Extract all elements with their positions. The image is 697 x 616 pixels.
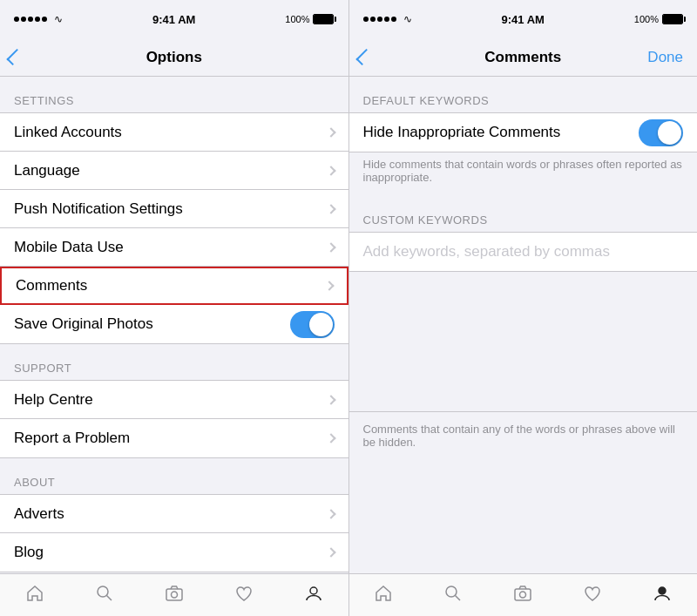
hide-inappropriate-toggle[interactable] — [639, 119, 683, 146]
right-nav-bar: Comments Done — [349, 38, 698, 77]
language-chevron — [326, 166, 335, 175]
hide-inappropriate-group: Hide Inappropriate Comments — [349, 112, 698, 152]
svg-point-8 — [520, 592, 526, 598]
adverts-label: Adverts — [14, 505, 64, 523]
left-nav-bar: Options — [0, 38, 348, 77]
left-nav-title: Options — [146, 49, 202, 66]
tab-home-right[interactable] — [349, 574, 419, 616]
info-text: Comments that contain any of the words o… — [363, 423, 675, 449]
blog-chevron — [326, 547, 335, 557]
right-wifi-icon: ∿ — [403, 13, 412, 25]
right-profile-icon — [653, 584, 672, 606]
wifi-icon: ∿ — [54, 13, 63, 25]
linked-accounts-item[interactable]: Linked Accounts — [0, 113, 348, 152]
right-back-button[interactable] — [360, 50, 372, 64]
svg-rect-2 — [166, 589, 182, 600]
mobile-data-chevron — [326, 242, 335, 252]
settings-list: Linked Accounts Language Push Notificati… — [0, 112, 348, 344]
support-section-header: SUPPORT — [0, 344, 348, 380]
svg-point-4 — [310, 587, 317, 594]
save-photos-label: Save Original Photos — [14, 315, 153, 333]
tab-search-right[interactable] — [418, 574, 488, 616]
svg-rect-7 — [515, 589, 531, 600]
right-signal-dots — [363, 17, 396, 22]
hide-inappropriate-item: Hide Inappropriate Comments — [349, 113, 698, 152]
right-panel: ∿ 9:41 AM 100% Comments Done DEFAULT KEY… — [349, 0, 698, 616]
default-keywords-header: DEFAULT KEYWORDS — [349, 77, 698, 112]
mobile-data-label: Mobile Data Use — [14, 239, 124, 256]
battery-percent: 100% — [285, 14, 309, 24]
tab-activity-left[interactable] — [209, 574, 279, 616]
toggle-knob — [309, 313, 333, 336]
svg-line-1 — [106, 596, 112, 601]
report-problem-chevron — [326, 433, 335, 443]
linked-accounts-chevron — [326, 127, 335, 137]
right-heart-icon — [583, 584, 602, 606]
svg-point-9 — [659, 587, 666, 594]
tab-profile-right[interactable] — [627, 574, 697, 616]
comments-item[interactable]: Comments — [0, 267, 348, 305]
push-notifications-label: Push Notification Settings — [14, 200, 183, 218]
profile-icon — [304, 584, 323, 606]
camera-icon — [165, 584, 184, 606]
push-notifications-item[interactable]: Push Notification Settings — [0, 190, 348, 228]
tab-activity-right[interactable] — [558, 574, 627, 616]
right-status-left: ∿ — [363, 13, 412, 25]
done-button[interactable]: Done — [647, 49, 683, 66]
left-tab-bar — [0, 573, 348, 616]
svg-line-6 — [456, 596, 461, 601]
help-centre-label: Help Centre — [14, 391, 93, 409]
right-scroll-content: DEFAULT KEYWORDS Hide Inappropriate Comm… — [349, 77, 698, 573]
save-photos-toggle[interactable] — [290, 311, 335, 338]
comments-chevron — [324, 281, 334, 290]
svg-point-3 — [171, 592, 177, 598]
adverts-item[interactable]: Adverts — [0, 495, 348, 533]
comments-label: Comments — [16, 277, 87, 294]
about-section-header: ABOUT — [0, 458, 348, 494]
right-home-icon — [374, 584, 393, 606]
home-icon — [25, 584, 44, 606]
mobile-data-item[interactable]: Mobile Data Use — [0, 228, 348, 267]
right-chevron-left-icon — [355, 49, 372, 65]
tab-camera-right[interactable] — [488, 574, 558, 616]
heart-icon — [234, 584, 254, 606]
custom-keywords-input[interactable]: Add keywords, separated by commas — [349, 232, 698, 272]
language-label: Language — [14, 162, 80, 179]
left-back-button[interactable] — [10, 50, 23, 64]
save-photos-item: Save Original Photos — [0, 305, 348, 343]
blog-label: Blog — [14, 544, 44, 561]
left-scroll-content: SETTINGS Linked Accounts Language Push N… — [0, 77, 348, 573]
search-icon — [95, 584, 114, 606]
tab-camera-left[interactable] — [139, 574, 209, 616]
battery-icon — [313, 14, 334, 24]
hide-inappropriate-knob — [658, 121, 681, 145]
about-list: Adverts Blog — [0, 494, 348, 572]
right-nav-title: Comments — [484, 49, 561, 66]
right-battery-fill — [663, 15, 682, 24]
left-status-right: 100% — [285, 14, 334, 24]
hide-inappropriate-desc: Hide comments that contain words or phra… — [349, 152, 698, 196]
report-problem-label: Report a Problem — [14, 430, 130, 447]
svg-point-0 — [98, 586, 108, 597]
right-status-time: 9:41 AM — [501, 13, 544, 26]
help-centre-item[interactable]: Help Centre — [0, 381, 348, 419]
left-status-time: 9:41 AM — [152, 13, 195, 26]
tab-search-left[interactable] — [70, 574, 139, 616]
tab-home-left[interactable] — [0, 574, 70, 616]
report-problem-item[interactable]: Report a Problem — [0, 419, 348, 457]
push-notifications-chevron — [326, 204, 335, 213]
right-status-right: 100% — [634, 14, 683, 24]
blog-item[interactable]: Blog — [0, 533, 348, 572]
custom-keywords-placeholder: Add keywords, separated by commas — [363, 243, 610, 261]
battery-fill — [314, 15, 333, 24]
linked-accounts-label: Linked Accounts — [14, 124, 122, 141]
help-centre-chevron — [326, 395, 335, 404]
left-status-bar: ∿ 9:41 AM 100% — [0, 0, 348, 38]
language-item[interactable]: Language — [0, 152, 348, 190]
right-search-icon — [443, 584, 463, 606]
left-status-left: ∿ — [14, 13, 63, 25]
tab-profile-left[interactable] — [279, 574, 348, 616]
svg-point-5 — [446, 586, 457, 597]
right-status-bar: ∿ 9:41 AM 100% — [349, 0, 698, 38]
hide-inappropriate-label: Hide Inappropriate Comments — [363, 124, 561, 141]
